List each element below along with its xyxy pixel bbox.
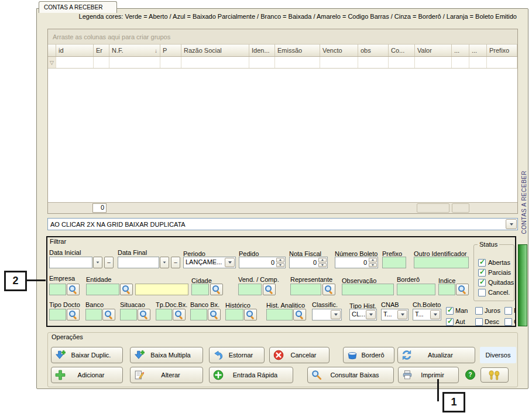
status-parciais-checkbox[interactable]: [478, 269, 486, 277]
tp-doc-bx-field[interactable]: [156, 309, 172, 320]
observacao-field[interactable]: [342, 284, 394, 295]
banco-bx-field[interactable]: [190, 309, 207, 320]
adicionar-button[interactable]: Adicionar: [51, 367, 123, 383]
column-header-p[interactable]: P: [160, 45, 181, 56]
hist-analitico-field[interactable]: [266, 309, 293, 320]
filter-cell[interactable]: [469, 57, 487, 68]
entidade-name-field[interactable]: [135, 284, 188, 295]
filter-cell[interactable]: [109, 57, 160, 68]
spin-up-icon[interactable]: [369, 258, 377, 262]
cancelar-button[interactable]: Cancelar: [269, 347, 330, 363]
chevron-down-icon[interactable]: [366, 310, 376, 319]
status-quitadas-checkbox[interactable]: [478, 279, 486, 287]
filter-cell[interactable]: [275, 57, 320, 68]
column-header-nf[interactable]: N.F.↓: [109, 45, 160, 56]
column-header-iden[interactable]: Iden...: [249, 45, 275, 56]
data-final-clear-button[interactable]: −: [171, 257, 180, 268]
ch-boleto-combo[interactable]: T...: [413, 309, 441, 320]
hist-analitico-search-button[interactable]: [293, 309, 306, 320]
spin-up-icon[interactable]: [276, 258, 284, 262]
column-header-id[interactable]: id: [56, 45, 94, 56]
tab-contas-a-receber[interactable]: CONTAS A RECEBER: [39, 1, 117, 13]
vend-comp-field[interactable]: [238, 284, 262, 295]
desc-checkbox[interactable]: [475, 318, 483, 326]
baixa-multipla-button[interactable]: Baixa Multipla: [130, 347, 203, 363]
filter-cell[interactable]: [487, 57, 517, 68]
filter-cell[interactable]: [320, 57, 358, 68]
column-header-razao-social[interactable]: Razão Social: [181, 45, 249, 56]
empresa-search-button[interactable]: [67, 284, 80, 295]
representante-search-button[interactable]: [322, 284, 335, 295]
filter-cell[interactable]: [415, 57, 452, 68]
cnab-combo[interactable]: T...: [381, 309, 409, 320]
spin-down-icon[interactable]: [369, 263, 377, 268]
chevron-down-icon[interactable]: [397, 310, 407, 319]
indice-field[interactable]: [438, 284, 455, 295]
column-header-dots1[interactable]: ...: [452, 45, 469, 56]
column-header-dots2[interactable]: ...: [469, 45, 487, 56]
grid-groupby-area[interactable]: Arraste as colunas aqui para criar grupo…: [48, 29, 517, 45]
chevron-down-icon[interactable]: [506, 219, 517, 229]
pedido-spinner[interactable]: 0: [239, 257, 286, 268]
side-tab-contas-a-receber[interactable]: CONTAS A RECEBER: [519, 167, 529, 237]
column-header-emissao[interactable]: Emissão: [275, 45, 320, 56]
banco-bx-search-button[interactable]: [208, 309, 221, 320]
nota-fiscal-spinner[interactable]: 0: [289, 257, 328, 268]
filter-cell[interactable]: [358, 57, 389, 68]
tipo-docto-search-button[interactable]: [67, 309, 80, 320]
imprimir-button[interactable]: Imprimir: [398, 367, 459, 383]
historico-field[interactable]: [225, 309, 243, 320]
column-header-co[interactable]: Co...: [389, 45, 415, 56]
chevron-down-icon[interactable]: [430, 310, 440, 319]
filter-funnel-icon[interactable]: ▽: [48, 57, 56, 68]
filter-cell[interactable]: [389, 57, 415, 68]
empresa-field[interactable]: [49, 284, 66, 295]
banco-search-button[interactable]: [102, 309, 115, 320]
spin-down-icon[interactable]: [276, 263, 284, 268]
juros-checkbox[interactable]: [475, 307, 483, 315]
chevron-down-icon[interactable]: [225, 258, 235, 267]
data-inicial-dropdown-icon[interactable]: [93, 257, 102, 268]
situacao-search-button[interactable]: [138, 309, 150, 320]
man-checkbox[interactable]: [446, 307, 454, 315]
column-header-obs[interactable]: obs: [358, 45, 389, 56]
tipo-docto-field[interactable]: [49, 309, 66, 320]
prefixo-field[interactable]: [382, 257, 406, 268]
filter-cell[interactable]: [249, 57, 275, 68]
prot-checkbox[interactable]: [504, 307, 512, 315]
entrada-rapida-button[interactable]: Entrada Rápida: [209, 367, 293, 383]
filter-cell[interactable]: [56, 57, 94, 68]
spin-up-icon[interactable]: [318, 258, 327, 262]
representante-field[interactable]: [290, 284, 321, 295]
data-final-field[interactable]: [118, 257, 159, 268]
spin-down-icon[interactable]: [318, 263, 327, 268]
filter-cell[interactable]: [94, 57, 109, 68]
bordero-button[interactable]: Borderô: [343, 347, 394, 363]
situacao-field[interactable]: [120, 309, 137, 320]
column-header-prefixo[interactable]: Prefixo: [487, 45, 517, 56]
tipo-hist-combo[interactable]: CL...: [349, 309, 377, 320]
aut-checkbox[interactable]: [446, 318, 454, 326]
cidade-field[interactable]: [191, 284, 209, 295]
filter-cell[interactable]: [160, 57, 181, 68]
filter-cell[interactable]: [452, 57, 469, 68]
permissions-button[interactable]: [480, 367, 509, 383]
cart-checkbox[interactable]: [504, 318, 512, 326]
outro-identificador-field[interactable]: [414, 257, 469, 268]
historico-search-button[interactable]: [244, 309, 257, 320]
estornar-button[interactable]: Estornar: [209, 347, 265, 363]
entidade-field[interactable]: [86, 284, 119, 295]
column-header-valor[interactable]: Valor: [415, 45, 452, 56]
data-inicial-field[interactable]: [49, 257, 92, 268]
filter-cell[interactable]: [181, 57, 249, 68]
alterar-button[interactable]: Alterar: [130, 367, 203, 383]
consultar-baixas-button[interactable]: Consultar Baixas: [307, 367, 394, 383]
help-button[interactable]: ?: [465, 370, 475, 380]
periodo-combo[interactable]: LANÇAME...: [183, 257, 236, 268]
column-header-vencto[interactable]: Vencto: [320, 45, 358, 56]
chevron-down-icon[interactable]: [331, 310, 341, 319]
tp-doc-bx-search-button[interactable]: [173, 309, 186, 320]
classific-combo[interactable]: [312, 309, 342, 320]
cidade-search-button[interactable]: [210, 284, 223, 295]
data-final-dropdown-icon[interactable]: [160, 257, 169, 268]
